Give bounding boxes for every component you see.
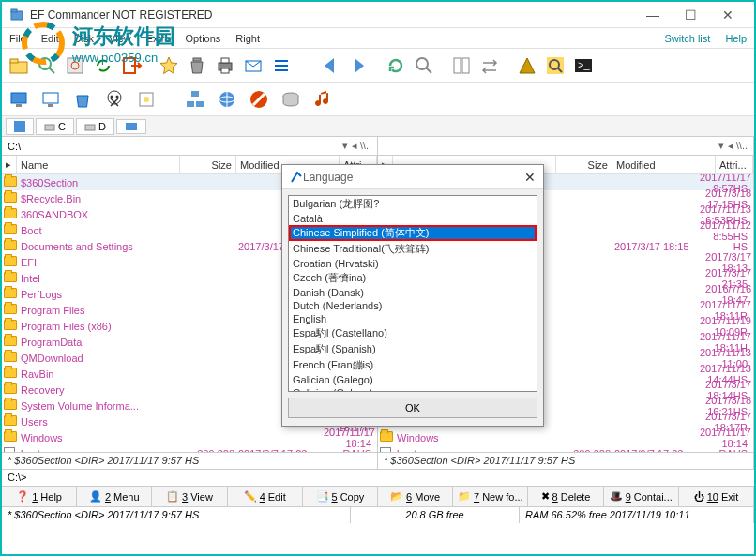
status-selection: * $360Section <DIR> 2017/11/17 9:57 HS [2,507,351,523]
col-modified[interactable]: Modified [612,156,716,173]
col-size[interactable]: Size [180,156,236,173]
fn-delete[interactable]: ✖8 Delete [528,487,603,506]
ok-button[interactable]: OK [288,398,537,418]
language-option[interactable]: Chinese Traditional(乁殎箿砗) [289,241,537,257]
sort-icon[interactable]: ▸ [2,156,17,173]
pyramid-icon[interactable] [514,53,540,79]
fn-menu[interactable]: 👤2 Menu [77,487,152,506]
list-icon[interactable] [268,53,295,79]
menu-view[interactable]: View [109,33,131,44]
forward-icon[interactable] [345,53,371,79]
fn-edit[interactable]: ✏️4 Edit [228,487,303,506]
split-icon[interactable] [448,53,475,79]
drive-network[interactable] [116,119,146,134]
fn-help[interactable]: ❓1 Help [2,487,77,506]
chevron-down-icon[interactable]: ▾ [342,140,348,152]
file-row[interactable]: Windows2017/11/17 18:14 [378,429,753,445]
path-left-text: C:\ [8,141,21,152]
mail-icon[interactable] [240,53,266,79]
history-icon[interactable]: ◂ \\.. [728,140,748,152]
fn-contai[interactable]: 🎩9 Contai... [604,487,679,506]
network-icon[interactable] [182,86,208,113]
globe-icon[interactable] [214,86,240,113]
exit-icon[interactable] [118,53,144,79]
trash-icon[interactable] [184,53,210,79]
view-mode-icon[interactable] [6,118,34,135]
language-option[interactable]: Galician (Galego) [289,373,537,386]
bottom-status-bar: * $360Section <DIR> 2017/11/17 9:57 HS 2… [2,506,754,523]
language-option[interactable]: Czech (萫懠ina) [289,270,537,286]
filter-icon[interactable] [62,53,88,79]
language-option[interactable]: Danish (Dansk) [289,286,537,299]
language-option[interactable]: Espa馰l (Spanish) [289,341,537,357]
svg-rect-11 [221,58,229,63]
language-option[interactable]: Galician (Galego) [289,386,537,392]
col-attr[interactable]: Attri... [716,156,753,173]
path-left[interactable]: C:\ ▾ ◂ \\.. [2,137,378,155]
history-icon[interactable]: ◂ \\.. [352,140,371,152]
back-icon[interactable] [317,53,343,79]
zoom-icon[interactable] [411,53,437,79]
terminal-icon[interactable]: >_ [570,53,597,79]
svg-rect-46 [85,125,95,130]
menu-switch-list[interactable]: Switch list [664,33,710,44]
menu-options[interactable]: Options [185,33,220,44]
menu-right[interactable]: Right [235,33,260,44]
language-option[interactable]: English [289,312,537,325]
menu-disk[interactable]: Disk [74,33,94,44]
fn-view[interactable]: 📋3 View [152,487,227,506]
maximize-button[interactable]: ☐ [672,2,709,28]
menu-extra[interactable]: Extra [146,33,171,44]
recycle-icon[interactable] [69,86,96,113]
file-row[interactable]: Windows2017/11/17 18:14 [2,429,377,445]
svg-rect-36 [196,101,204,107]
command-line[interactable]: C:\> [2,469,754,486]
dialog-titlebar[interactable]: Language ✕ [282,165,543,189]
dialog-close-icon[interactable]: ✕ [524,170,536,185]
menu-edit[interactable]: Edit [41,33,59,44]
open-icon[interactable] [6,53,32,79]
minimize-button[interactable]: — [634,2,672,28]
config-icon[interactable] [133,86,159,113]
close-button[interactable]: ✕ [709,2,747,28]
swap-icon[interactable] [476,53,503,79]
chevron-down-icon[interactable]: ▾ [718,140,724,152]
forbidden-icon[interactable] [246,86,272,113]
drive-d[interactable]: D [76,118,114,135]
svg-rect-28 [43,93,58,103]
search-icon[interactable] [34,53,60,79]
fn-copy[interactable]: 📑5 Copy [303,487,378,506]
monitor-icon[interactable] [38,86,64,113]
dialog-title: Language [303,171,524,184]
print-icon[interactable] [212,53,238,79]
fn-newfo[interactable]: 📁7 New fo... [453,487,528,506]
path-right[interactable]: ▾ ◂ \\.. [378,137,754,155]
drive-icon[interactable] [278,86,304,113]
dialog-icon [290,171,303,184]
menu-file[interactable]: File [9,33,26,44]
language-option[interactable]: Bulgarian (龙脬囹? [289,196,537,212]
svg-rect-9 [193,58,201,61]
drive-c[interactable]: C [36,118,74,135]
col-name[interactable]: Name [17,156,180,173]
status-right: * $360Section <DIR> 2017/11/17 9:57 HS [378,453,754,469]
language-option[interactable]: French (Fran鏰is) [289,357,537,373]
refresh-icon[interactable] [383,53,409,79]
language-option[interactable]: Chinese Simplified (简体中文) [289,225,537,241]
find-icon[interactable] [542,53,568,79]
fn-move[interactable]: 📂6 Move [378,487,453,506]
svg-text:>_: >_ [578,59,590,70]
language-option[interactable]: Espa馰l (Castellano) [289,325,537,341]
language-option[interactable]: Croatian (Hrvatski) [289,257,537,270]
sync-icon[interactable] [90,53,116,79]
menu-help[interactable]: Help [725,33,747,44]
star-icon[interactable] [156,53,182,79]
col-size[interactable]: Size [556,156,612,173]
language-listbox[interactable]: Bulgarian (龙脬囹?CatalàChinese Simplified … [288,195,537,392]
desktop-icon[interactable] [6,86,32,113]
language-option[interactable]: Català [289,212,537,225]
language-option[interactable]: Dutch (Nederlands) [289,299,537,312]
fn-exit[interactable]: ⏻10 Exit [679,487,754,506]
skull-icon[interactable] [101,86,128,113]
music-icon[interactable] [310,86,336,113]
